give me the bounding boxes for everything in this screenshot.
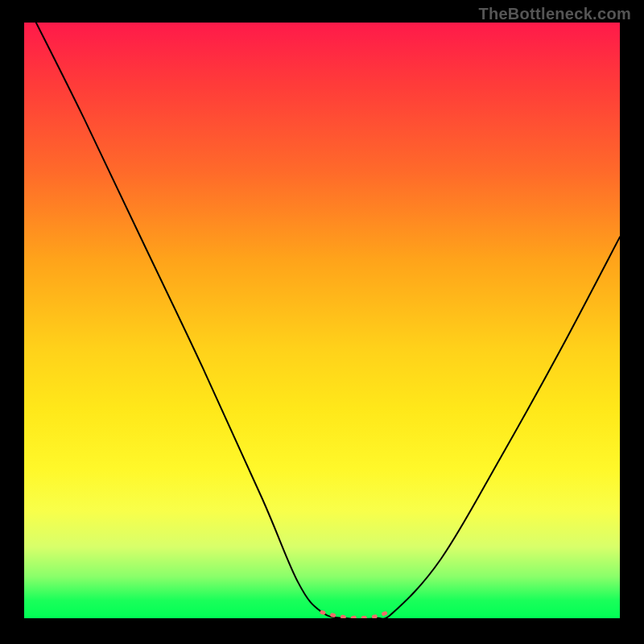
valley-marker <box>322 613 387 618</box>
plot-area <box>24 23 620 618</box>
watermark-text: TheBottleneck.com <box>478 5 631 23</box>
curve-svg <box>24 23 620 618</box>
main-curve <box>36 23 620 618</box>
chart-canvas: TheBottleneck.com <box>0 0 644 644</box>
